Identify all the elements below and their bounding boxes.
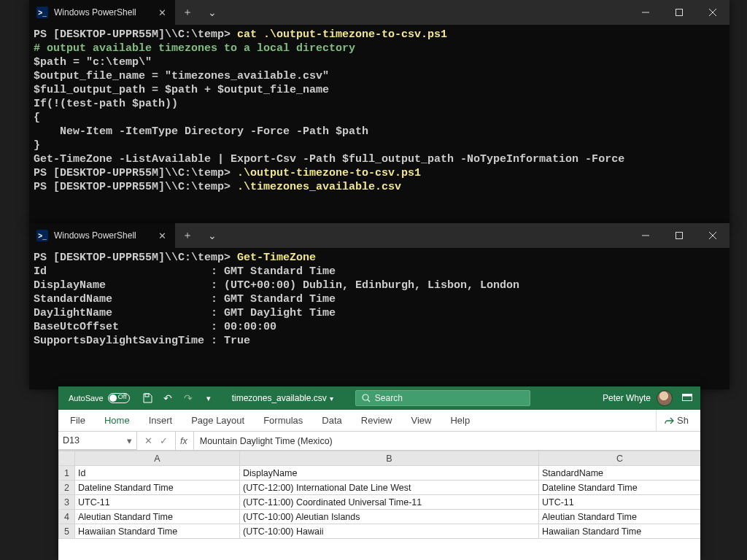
row-header[interactable]: 1 bbox=[59, 466, 75, 481]
tab-powershell[interactable]: >_ Windows PowerShell ✕ bbox=[29, 223, 175, 248]
cell[interactable]: UTC-11 bbox=[75, 495, 240, 510]
search-placeholder: Search bbox=[375, 393, 403, 403]
tab-close-icon[interactable]: ✕ bbox=[158, 230, 166, 241]
autosave-toggle[interactable]: AutoSave Off bbox=[58, 393, 137, 403]
cell[interactable]: Aleutian Standard Time bbox=[75, 510, 240, 524]
ribbon-tab-page-layout[interactable]: Page Layout bbox=[191, 415, 244, 426]
powershell-window-1: >_ Windows PowerShell ✕ ＋ ⌄ PS [DESKTOP-… bbox=[29, 0, 729, 226]
spreadsheet-grid[interactable]: ABC1IdDisplayNameStandardName2Dateline S… bbox=[58, 451, 700, 560]
formula-buttons: ✕ ✓ bbox=[137, 432, 176, 450]
toggle-off-icon[interactable]: Off bbox=[108, 393, 130, 403]
maximize-button[interactable] bbox=[662, 223, 696, 248]
cell[interactable]: Dateline Standard Time bbox=[75, 481, 240, 495]
ribbon-tab-review[interactable]: Review bbox=[361, 415, 392, 426]
ribbon-tab-home[interactable]: Home bbox=[104, 415, 130, 426]
cell[interactable]: Aleutian Standard Time bbox=[539, 510, 701, 524]
maximize-button[interactable] bbox=[662, 0, 696, 25]
excel-titlebar: AutoSave Off ↶ ↷ ▾ timezones_available.c… bbox=[58, 386, 700, 410]
cell[interactable]: (UTC-10:00) Hawaii bbox=[240, 524, 539, 539]
new-tab-button[interactable]: ＋ bbox=[175, 0, 200, 25]
formula-bar[interactable]: Mountain Daylight Time (Mexico) bbox=[194, 432, 700, 450]
search-box[interactable]: Search bbox=[355, 390, 530, 406]
cell[interactable]: Hawaiian Standard Time bbox=[539, 524, 701, 539]
row-header[interactable]: 4 bbox=[59, 510, 75, 524]
ribbon-tab-help[interactable]: Help bbox=[450, 415, 470, 426]
excel-window: AutoSave Off ↶ ↷ ▾ timezones_available.c… bbox=[58, 386, 700, 560]
cell[interactable]: Id bbox=[75, 466, 240, 481]
accept-formula-icon[interactable]: ✓ bbox=[160, 435, 168, 446]
name-box[interactable]: D13 ▾ bbox=[58, 432, 137, 450]
tab-dropdown-icon[interactable]: ⌄ bbox=[200, 0, 225, 25]
minimize-button[interactable] bbox=[629, 0, 662, 25]
column-header[interactable]: A bbox=[75, 451, 240, 466]
quick-access-dropdown-icon[interactable]: ▾ bbox=[198, 386, 219, 410]
ribbon-tab-insert[interactable]: Insert bbox=[149, 415, 173, 426]
titlebar: >_ Windows PowerShell ✕ ＋ ⌄ bbox=[29, 0, 729, 25]
row-header[interactable]: 2 bbox=[59, 481, 75, 495]
tab-close-icon[interactable]: ✕ bbox=[158, 7, 166, 18]
cell[interactable]: StandardName bbox=[539, 466, 701, 481]
ribbon-tab-view[interactable]: View bbox=[411, 415, 431, 426]
filename-dropdown-icon: ▾ bbox=[330, 394, 333, 402]
terminal-output[interactable]: PS [DESKTOP-UPPR55M]\\C:\temp> Get-TimeZ… bbox=[29, 248, 729, 351]
terminal-output[interactable]: PS [DESKTOP-UPPR55M]\\C:\temp> cat .\out… bbox=[29, 25, 729, 197]
powershell-window-2: >_ Windows PowerShell ✕ ＋ ⌄ PS [DESKTOP-… bbox=[29, 223, 729, 389]
close-button[interactable] bbox=[696, 0, 729, 25]
cell[interactable]: Dateline Standard Time bbox=[539, 481, 701, 495]
redo-icon[interactable]: ↷ bbox=[178, 386, 198, 410]
new-tab-button[interactable]: ＋ bbox=[175, 223, 200, 248]
name-box-dropdown-icon[interactable]: ▾ bbox=[127, 435, 132, 446]
save-icon[interactable] bbox=[137, 386, 158, 410]
row-header[interactable]: 3 bbox=[59, 495, 75, 510]
powershell-icon: >_ bbox=[36, 7, 48, 18]
user-account[interactable]: Peter Whyte bbox=[603, 390, 678, 406]
powershell-icon: >_ bbox=[36, 230, 48, 241]
row-header[interactable]: 5 bbox=[59, 524, 75, 539]
cell[interactable]: (UTC-11:00) Coordinated Universal Time-1… bbox=[240, 495, 539, 510]
column-header[interactable]: C bbox=[539, 451, 701, 466]
cell[interactable]: (UTC-12:00) International Date Line West bbox=[240, 481, 539, 495]
user-name: Peter Whyte bbox=[603, 393, 651, 403]
ribbon-tabs: FileHomeInsertPage LayoutFormulasDataRev… bbox=[58, 410, 700, 432]
filename[interactable]: timezones_available.csv ▾ bbox=[232, 393, 333, 403]
cancel-formula-icon[interactable]: ✕ bbox=[144, 435, 152, 446]
tab-title: Windows PowerShell bbox=[54, 7, 136, 18]
undo-icon[interactable]: ↶ bbox=[158, 386, 178, 410]
cell[interactable]: (UTC-10:00) Aleutian Islands bbox=[240, 510, 539, 524]
cell[interactable]: DisplayName bbox=[240, 466, 539, 481]
cell[interactable]: UTC-11 bbox=[539, 495, 701, 510]
ribbon-tab-formulas[interactable]: Formulas bbox=[263, 415, 303, 426]
tab-powershell[interactable]: >_ Windows PowerShell ✕ bbox=[29, 0, 175, 25]
svg-rect-5 bbox=[676, 233, 683, 239]
svg-rect-12 bbox=[683, 394, 692, 397]
ribbon-tab-data[interactable]: Data bbox=[322, 415, 341, 426]
ribbon-display-options-icon[interactable] bbox=[678, 389, 696, 407]
fx-icon[interactable]: fx bbox=[176, 432, 194, 450]
select-all-corner[interactable] bbox=[59, 451, 75, 466]
cell[interactable]: Hawaiian Standard Time bbox=[75, 524, 240, 539]
column-header[interactable]: B bbox=[240, 451, 539, 466]
tab-dropdown-icon[interactable]: ⌄ bbox=[200, 223, 225, 248]
svg-rect-8 bbox=[145, 394, 149, 397]
formula-row: D13 ▾ ✕ ✓ fx Mountain Daylight Time (Mex… bbox=[58, 432, 700, 451]
tab-title: Windows PowerShell bbox=[54, 230, 136, 241]
avatar bbox=[657, 390, 673, 406]
share-button[interactable]: Sh bbox=[656, 410, 689, 431]
svg-line-10 bbox=[368, 400, 370, 402]
svg-rect-1 bbox=[676, 9, 683, 16]
ribbon-tab-file[interactable]: File bbox=[70, 415, 85, 426]
share-icon bbox=[664, 416, 674, 426]
autosave-label: AutoSave bbox=[69, 394, 104, 402]
close-button[interactable] bbox=[696, 223, 729, 248]
search-icon bbox=[362, 394, 371, 402]
minimize-button[interactable] bbox=[629, 223, 662, 248]
svg-point-9 bbox=[363, 394, 368, 400]
titlebar: >_ Windows PowerShell ✕ ＋ ⌄ bbox=[29, 223, 729, 248]
